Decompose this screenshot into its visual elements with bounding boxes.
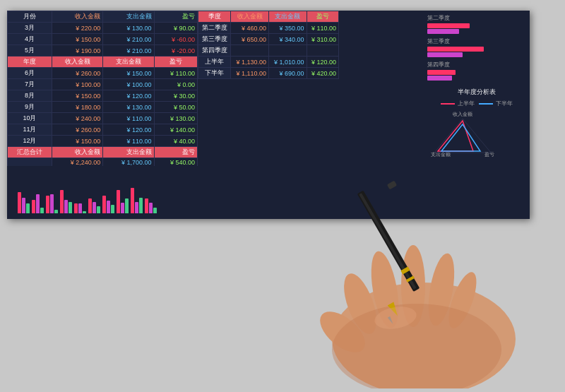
bar [78, 203, 82, 213]
table-cell: 7月 [8, 79, 52, 90]
hbar-label: 第二季度 [427, 14, 526, 22]
quarter-table: 季度 收入金额 支出金额 盈亏 第二季度¥ 460.00¥ 350.00¥ 11… [198, 11, 339, 79]
hbar-row: 第二季度 [427, 14, 526, 34]
table-cell: ¥ 150.00 [103, 68, 154, 79]
half-year-cell: ¥ 1,010.00 [269, 57, 307, 68]
bar [107, 201, 110, 213]
half-year-cell: ¥ 690.00 [269, 68, 307, 79]
table-cell: ¥ 150.00 [52, 136, 102, 147]
half-year-cell: 上半年 [198, 57, 231, 68]
legend-first-half: 上半年 [441, 100, 475, 107]
table-cell: ¥ 240.00 [52, 113, 102, 124]
bar [46, 196, 49, 213]
svg-rect-22 [387, 181, 397, 190]
bar [145, 198, 148, 213]
bar [102, 196, 106, 213]
quarter-cell [231, 45, 269, 57]
table-cell: ¥ 220.00 [52, 23, 102, 34]
hbar-income [427, 70, 456, 75]
half-year-cell: ¥ 1,110.00 [231, 68, 269, 79]
bar [64, 200, 68, 213]
bar [135, 202, 138, 214]
table-cell: ¥ -60.00 [154, 34, 197, 45]
table-cell: ¥ 0.00 [154, 79, 197, 90]
hbar-row: 第四季度 [427, 61, 526, 81]
quarter-cell: ¥ 460.00 [231, 23, 269, 34]
bar [125, 198, 129, 213]
quarter-cell [307, 45, 338, 57]
bar-group [102, 196, 114, 213]
year-header-cell: 收入金额 [52, 57, 102, 68]
qh-profit: 盈亏 [307, 11, 338, 23]
bar [111, 205, 114, 213]
table-cell: 11月 [8, 124, 52, 136]
bar [60, 190, 64, 213]
legend-dot-second [479, 103, 493, 105]
table-cell: ¥ -20.00 [154, 45, 197, 57]
quarter-cell [269, 45, 307, 57]
bar [32, 200, 35, 213]
col-expense: 支出金额 [103, 11, 154, 23]
summary-header: 支出金额 [103, 147, 154, 158]
qh-name: 季度 [198, 11, 231, 23]
bar [97, 206, 100, 213]
table-cell: ¥ 150.00 [52, 34, 102, 45]
table-cell: 9月 [8, 102, 52, 113]
svg-text:收入金额: 收入金额 [453, 112, 472, 117]
summary-header: 收入金额 [52, 147, 102, 158]
quarter-cell: 第二季度 [198, 23, 231, 34]
bar [117, 190, 120, 213]
main-layout: 月份 收入金额 支出金额 盈亏 3月¥ 220.00¥ 130.00¥ 90.0… [0, 0, 565, 392]
table-cell: ¥ 50.00 [154, 102, 197, 113]
bar-group [88, 198, 100, 213]
table-cell: ¥ 190.00 [52, 45, 102, 57]
table-cell: ¥ 30.00 [154, 90, 197, 102]
bar-group [60, 190, 72, 213]
table-cell: ¥ 260.00 [52, 124, 102, 136]
hand-pen-overlay [304, 141, 544, 388]
table-cell: ¥ 40.00 [154, 136, 197, 147]
table-cell: ¥ 210.00 [103, 45, 154, 57]
bar [18, 192, 21, 213]
bar-group [32, 194, 44, 214]
quarter-cell: ¥ 110.00 [307, 23, 338, 34]
hbar-label: 第三季度 [427, 37, 526, 45]
left-data-table: 月份 收入金额 支出金额 盈亏 3月¥ 220.00¥ 130.00¥ 90.0… [7, 11, 198, 167]
bar [88, 198, 92, 213]
quarter-cell: 第三季度 [198, 34, 231, 45]
bar [36, 194, 40, 214]
bar-group [117, 190, 129, 213]
quarter-cell: 第四季度 [198, 45, 231, 57]
table-cell: 4月 [8, 34, 52, 45]
hbar-label: 第四季度 [427, 61, 526, 69]
half-year-cell: ¥ 420.00 [307, 68, 338, 79]
bar [74, 203, 78, 213]
hbar-expense [427, 52, 463, 57]
col-profit: 盈亏 [154, 11, 197, 23]
legend-second-half: 下半年 [479, 100, 513, 107]
table-cell: 6月 [8, 68, 52, 79]
bar [83, 211, 86, 213]
year-header-cell: 支出金额 [103, 57, 154, 68]
analysis-legend: 上半年 下半年 [427, 100, 526, 107]
table-cell: ¥ 110.00 [154, 68, 197, 79]
bar [50, 194, 54, 214]
hbar-income [427, 23, 470, 28]
col-month: 月份 [8, 11, 52, 23]
bar [153, 208, 157, 213]
bar [131, 188, 134, 213]
bar [149, 203, 153, 213]
table-cell: ¥ 130.00 [103, 102, 154, 113]
table-cell: 12月 [8, 136, 52, 147]
table-cell: 10月 [8, 113, 52, 124]
hbars-section: 第二季度第三季度第四季度 [424, 11, 530, 88]
col-income: 收入金额 [52, 11, 102, 23]
quarter-cell: ¥ 310.00 [307, 34, 338, 45]
bar [139, 198, 143, 213]
table-cell: ¥ 150.00 [52, 90, 102, 102]
legend-dot-first [441, 103, 455, 105]
table-cell: ¥ 120.00 [103, 124, 154, 136]
table-cell: ¥ 120.00 [103, 90, 154, 102]
bar-group [145, 198, 157, 213]
table-cell: ¥ 130.00 [103, 23, 154, 34]
